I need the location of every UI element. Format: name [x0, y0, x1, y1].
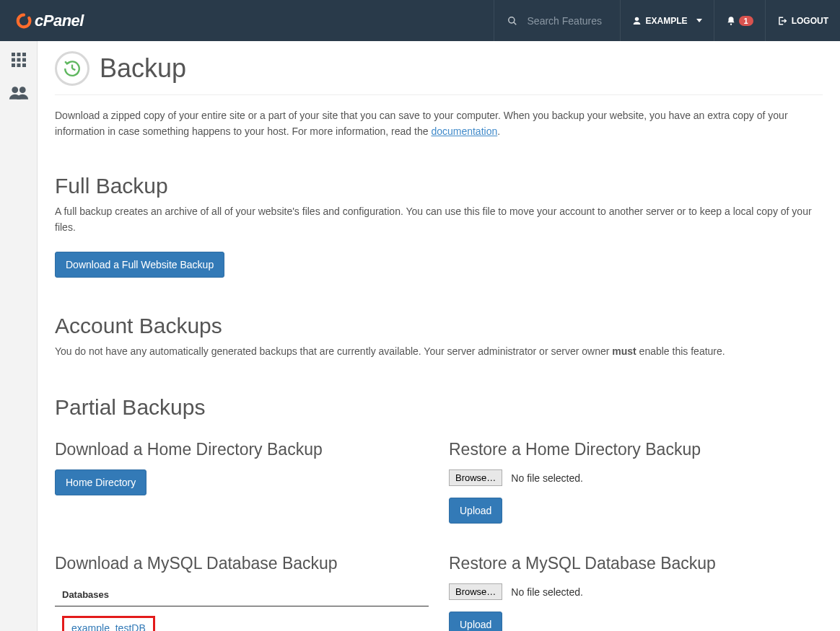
logout-icon: [777, 16, 787, 26]
database-link[interactable]: example_testDB: [71, 622, 146, 631]
chevron-down-icon: [696, 19, 702, 22]
user-icon: [632, 16, 642, 25]
search-icon: [507, 16, 517, 26]
download-home-heading: Download a Home Directory Backup: [55, 440, 429, 459]
search-input[interactable]: [528, 15, 607, 27]
download-mysql-col: Download a MySQL Database Backup Databas…: [55, 554, 429, 631]
svg-point-0: [508, 17, 514, 22]
full-backup-desc: A full backup creates an archive of all …: [55, 204, 823, 235]
restore-home-heading: Restore a Home Directory Backup: [449, 440, 823, 459]
cpanel-logo-text: cPanel: [35, 12, 84, 30]
restore-mysql-file-row: Browse… No file selected.: [449, 583, 823, 600]
restore-mysql-heading: Restore a MySQL Database Backup: [449, 554, 823, 573]
top-navbar: cPanel EXAMPLE 1 LOGOUT: [0, 0, 840, 41]
svg-rect-12: [22, 63, 26, 67]
intro-suffix: .: [497, 125, 500, 137]
full-backup-heading: Full Backup: [55, 174, 823, 198]
page-title: Backup: [100, 53, 186, 84]
users-icon: [9, 85, 29, 101]
svg-rect-4: [12, 53, 15, 56]
intro-prefix: Download a zipped copy of your entire si…: [55, 110, 788, 137]
svg-rect-11: [17, 63, 20, 67]
restore-mysql-col: Restore a MySQL Database Backup Browse… …: [449, 554, 823, 631]
acct-desc-prefix: You do not have any automatically genera…: [55, 345, 612, 357]
acct-desc-bold: must: [612, 345, 636, 357]
restore-home-file-row: Browse… No file selected.: [449, 469, 823, 486]
notifications-button[interactable]: 1: [714, 0, 765, 41]
svg-rect-5: [17, 53, 20, 56]
logout-label: LOGOUT: [792, 16, 828, 26]
grid-icon: [10, 51, 27, 69]
table-row: example_testDB: [55, 606, 429, 631]
svg-rect-7: [12, 58, 15, 62]
partial-backups-section: Partial Backups: [55, 395, 823, 420]
account-backups-desc: You do not have any automatically genera…: [55, 344, 823, 360]
download-mysql-heading: Download a MySQL Database Backup: [55, 554, 429, 573]
account-backups-section: Account Backups You do not have any auto…: [55, 314, 823, 360]
svg-line-1: [513, 22, 516, 25]
svg-rect-6: [22, 53, 26, 56]
full-backup-section: Full Backup A full backup creates an arc…: [55, 174, 823, 277]
main-content: Backup Download a zipped copy of your en…: [38, 41, 840, 631]
restore-home-col: Restore a Home Directory Backup Browse… …: [449, 440, 823, 524]
mysql-nofile-label: No file selected.: [511, 586, 583, 598]
home-directory-button[interactable]: Home Directory: [55, 469, 146, 495]
svg-rect-9: [22, 58, 26, 62]
browse-mysql-button[interactable]: Browse…: [449, 583, 502, 600]
acct-desc-suffix: enable this feature.: [636, 345, 725, 357]
home-nofile-label: No file selected.: [511, 472, 583, 484]
upload-mysql-button[interactable]: Upload: [449, 612, 502, 631]
account-backups-heading: Account Backups: [55, 314, 823, 338]
bell-icon: [726, 16, 736, 26]
mysql-row: Download a MySQL Database Backup Databas…: [55, 554, 823, 631]
sidebar-users-button[interactable]: [9, 85, 29, 103]
clock-arrow-icon: [63, 59, 82, 78]
browse-home-button[interactable]: Browse…: [449, 469, 502, 486]
cpanel-logo-icon: [14, 12, 33, 30]
logout-button[interactable]: LOGOUT: [765, 0, 840, 41]
user-menu[interactable]: EXAMPLE: [620, 0, 714, 41]
cpanel-logo[interactable]: cPanel: [14, 12, 84, 30]
page-header: Backup: [55, 51, 823, 95]
download-full-backup-button[interactable]: Download a Full Website Backup: [55, 252, 224, 278]
search-container: [494, 0, 620, 41]
partial-backups-heading: Partial Backups: [55, 395, 823, 420]
svg-point-13: [12, 87, 18, 93]
home-directory-row: Download a Home Directory Backup Home Di…: [55, 440, 823, 524]
svg-rect-8: [17, 58, 20, 62]
left-sidebar: [0, 41, 38, 631]
download-home-col: Download a Home Directory Backup Home Di…: [55, 440, 429, 524]
svg-point-14: [19, 87, 25, 93]
backup-page-icon: [55, 51, 89, 86]
svg-point-3: [730, 23, 731, 25]
svg-line-16: [72, 69, 75, 70]
intro-text: Download a zipped copy of your entire si…: [55, 108, 823, 139]
username-label: EXAMPLE: [646, 16, 688, 26]
highlighted-db-box: example_testDB: [62, 616, 155, 631]
svg-point-2: [634, 17, 638, 21]
sidebar-home-button[interactable]: [10, 51, 27, 71]
documentation-link[interactable]: documentation: [431, 125, 497, 137]
databases-header: Databases: [55, 583, 429, 606]
upload-home-button[interactable]: Upload: [449, 498, 502, 524]
svg-rect-10: [12, 63, 15, 67]
notification-badge: 1: [739, 16, 753, 26]
